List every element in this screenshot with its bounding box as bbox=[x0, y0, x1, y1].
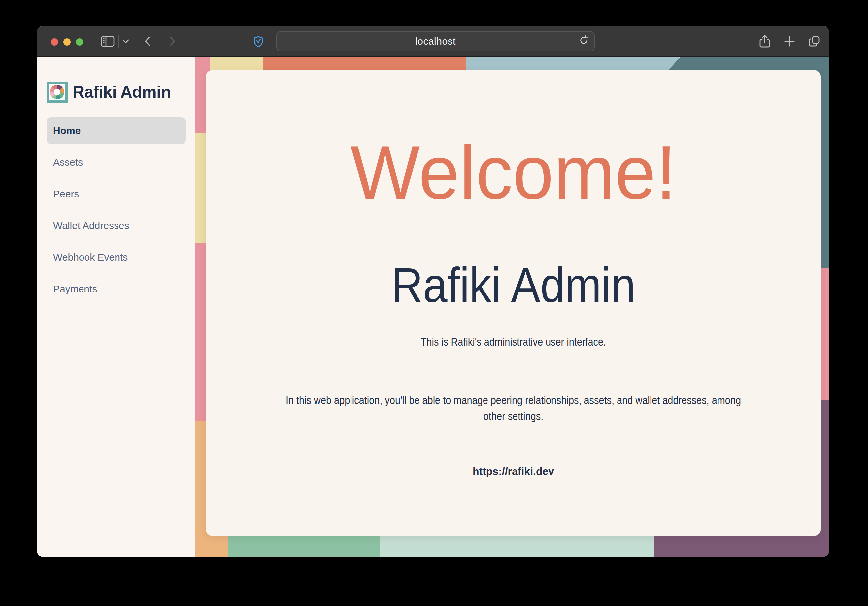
refresh-icon[interactable] bbox=[578, 35, 590, 48]
decor-bottom-orange bbox=[195, 536, 230, 557]
sidebar-item-payments[interactable]: Payments bbox=[46, 276, 186, 303]
brand[interactable]: Rafiki Admin bbox=[46, 82, 171, 103]
rafiki-logo-icon bbox=[46, 82, 68, 103]
forward-button[interactable] bbox=[167, 35, 177, 48]
decor-bottom-mint bbox=[380, 536, 654, 557]
url-text: localhost bbox=[415, 36, 456, 47]
sidebar-menu: Home Assets Peers Wallet Addresses Webho… bbox=[46, 117, 186, 307]
decor-top-lightblue bbox=[466, 57, 679, 71]
browser-window: localhost bbox=[37, 26, 829, 557]
welcome-card: Welcome! Rafiki Admin This is Rafiki's a… bbox=[206, 70, 821, 536]
tab-overview-icon[interactable] bbox=[807, 34, 822, 48]
decor-bottom-purple bbox=[654, 536, 829, 557]
decor-top-teal bbox=[667, 57, 829, 71]
toolbar-divider bbox=[118, 35, 119, 48]
sidebar-item-webhook-events[interactable]: Webhook Events bbox=[46, 244, 186, 271]
sidebar-item-wallet-addresses[interactable]: Wallet Addresses bbox=[46, 212, 186, 239]
sidebar: Rafiki Admin Home Assets Peers Wallet Ad… bbox=[37, 57, 195, 557]
minimize-window-button[interactable] bbox=[64, 38, 71, 45]
share-icon[interactable] bbox=[758, 34, 772, 48]
sidebar-item-peers[interactable]: Peers bbox=[46, 181, 186, 208]
main-content: Welcome! Rafiki Admin This is Rafiki's a… bbox=[195, 57, 829, 557]
address-bar[interactable]: localhost bbox=[276, 31, 595, 51]
description-line-2: other settings. bbox=[252, 408, 775, 424]
description-paragraph: In this web application, you'll be able … bbox=[252, 392, 775, 424]
close-window-button[interactable] bbox=[51, 38, 58, 45]
sidebar-item-assets[interactable]: Assets bbox=[46, 149, 186, 176]
page-subtitle: This is Rafiki's administrative user int… bbox=[252, 335, 775, 348]
zoom-window-button[interactable] bbox=[76, 38, 83, 45]
sidebar-toggle-icon[interactable] bbox=[100, 35, 115, 48]
back-button[interactable] bbox=[143, 35, 152, 48]
description-line-1: In this web application, you'll be able … bbox=[252, 392, 775, 408]
new-tab-icon[interactable] bbox=[782, 34, 797, 48]
welcome-heading: Welcome! bbox=[215, 135, 812, 211]
rafiki-ring-icon bbox=[50, 85, 64, 99]
privacy-shield-icon[interactable] bbox=[252, 35, 265, 48]
chevron-down-icon[interactable] bbox=[121, 38, 130, 45]
page-title: Rafiki Admin bbox=[237, 261, 790, 310]
sidebar-item-home[interactable]: Home bbox=[46, 117, 186, 144]
rafiki-dev-link[interactable]: https://rafiki.dev bbox=[206, 465, 821, 477]
decor-top-coral bbox=[263, 57, 466, 71]
screenshot-stage: localhost bbox=[0, 0, 868, 606]
brand-name: Rafiki Admin bbox=[73, 82, 171, 102]
decor-top-yellow bbox=[210, 57, 263, 71]
decor-bottom-green bbox=[228, 536, 380, 557]
browser-toolbar: localhost bbox=[37, 26, 829, 57]
